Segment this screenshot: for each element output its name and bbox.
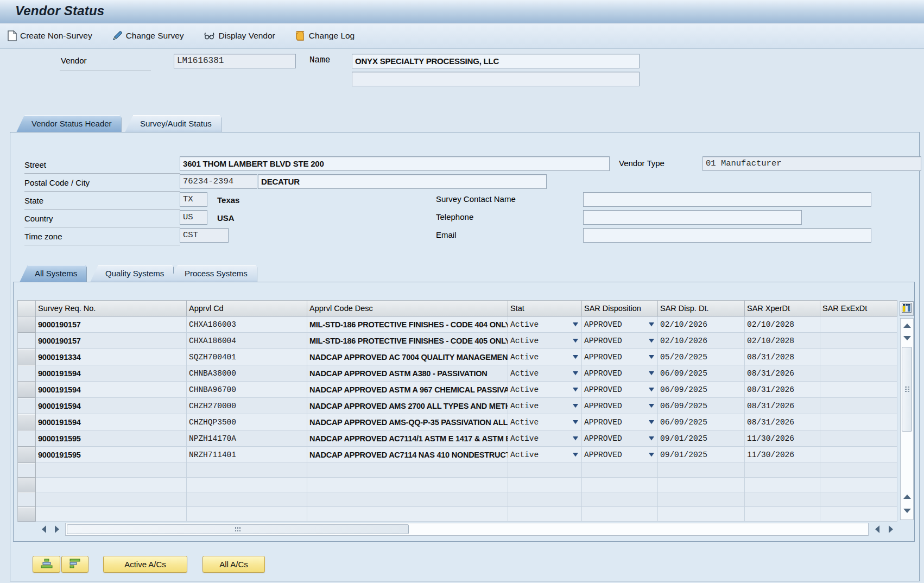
disposition-dropdown-icon[interactable]: [649, 322, 654, 326]
active-acs-button[interactable]: Active A/Cs: [103, 556, 187, 573]
country-code-field[interactable]: US: [180, 210, 207, 225]
row-selector[interactable]: [17, 349, 36, 365]
display-vendor-button[interactable]: Display Vendor: [204, 30, 275, 41]
cell-sar-disposition[interactable]: APPROVED: [582, 365, 658, 382]
row-selector[interactable]: [17, 463, 36, 478]
cell-stat[interactable]: Active: [508, 365, 582, 382]
change-survey-button[interactable]: Change Survey: [112, 30, 184, 41]
scroll-right-button[interactable]: [51, 523, 63, 535]
header-sar-xperdt[interactable]: SAR XperDt: [745, 300, 820, 316]
row-selector[interactable]: [17, 507, 36, 522]
row-selector[interactable]: [17, 333, 36, 349]
scroll-line-down-button[interactable]: [901, 333, 913, 344]
stat-dropdown-icon[interactable]: [573, 371, 578, 375]
email-field[interactable]: [583, 228, 871, 243]
scroll-page-up-button[interactable]: [901, 320, 913, 331]
cell-stat[interactable]: Active: [508, 447, 582, 463]
sort-ascending-button[interactable]: [33, 556, 60, 573]
stat-dropdown-icon[interactable]: [573, 404, 578, 408]
stat-dropdown-icon[interactable]: [573, 420, 578, 424]
disposition-dropdown-icon[interactable]: [649, 355, 654, 359]
state-code-field[interactable]: TX: [180, 192, 207, 207]
street-field[interactable]: 3601 THOM LAMBERT BLVD STE 200: [180, 156, 610, 171]
row-selector[interactable]: [17, 492, 36, 507]
scroll-page-down-button[interactable]: [901, 505, 913, 516]
header-sar-disp-dt[interactable]: SAR Disp. Dt.: [658, 300, 745, 316]
stat-dropdown-icon[interactable]: [573, 322, 578, 326]
scroll-far-left-button[interactable]: [871, 523, 883, 535]
row-selector[interactable]: [17, 398, 36, 414]
cell-sar-exexdt: [820, 430, 897, 447]
change-log-button[interactable]: Change Log: [295, 30, 355, 41]
stat-dropdown-icon[interactable]: [573, 453, 578, 457]
tab-all-systems[interactable]: All Systems: [20, 265, 87, 282]
cell-stat[interactable]: Active: [508, 316, 582, 333]
scroll-line-up-button[interactable]: [901, 491, 913, 502]
timezone-field[interactable]: CST: [180, 228, 229, 243]
stat-dropdown-icon[interactable]: [573, 388, 578, 391]
cell-survey-req-no: 9000191594: [36, 382, 187, 398]
scroll-left-button[interactable]: [38, 523, 50, 535]
tab-survey-audit-status[interactable]: Survey/Audit Status: [125, 115, 221, 132]
cell-stat[interactable]: Active: [508, 414, 582, 430]
survey-contact-field[interactable]: [583, 192, 871, 207]
create-non-survey-button[interactable]: Create Non-Survey: [8, 30, 92, 41]
stat-dropdown-icon[interactable]: [573, 436, 578, 440]
cell-sar-disposition[interactable]: APPROVED: [582, 333, 658, 349]
row-selector[interactable]: [17, 430, 36, 447]
cell-stat[interactable]: Active: [508, 430, 582, 447]
city-field[interactable]: DECATUR: [258, 174, 547, 189]
vertical-scroll-thumb[interactable]: [902, 347, 912, 432]
header-apprvl-code-desc[interactable]: Apprvl Code Desc: [307, 300, 508, 316]
header-stat[interactable]: Stat: [508, 300, 582, 316]
horizontal-scrollbar[interactable]: [17, 522, 897, 537]
scroll-far-right-button[interactable]: [885, 523, 897, 535]
sort-descending-button[interactable]: [61, 556, 88, 573]
vertical-scrollbar[interactable]: [900, 318, 914, 520]
cell-stat[interactable]: Active: [508, 349, 582, 365]
stat-dropdown-icon[interactable]: [573, 355, 578, 359]
cell-sar-disposition[interactable]: APPROVED: [582, 447, 658, 463]
header-apprvl-cd[interactable]: Apprvl Cd: [187, 300, 307, 316]
cell-stat[interactable]: Active: [508, 398, 582, 414]
row-selector[interactable]: [17, 414, 36, 430]
cell-sar-disposition[interactable]: APPROVED: [582, 349, 658, 365]
disposition-dropdown-icon[interactable]: [649, 453, 654, 457]
cell-sar-disposition[interactable]: APPROVED: [582, 430, 658, 447]
row-selector[interactable]: [17, 478, 36, 492]
horizontal-scroll-track[interactable]: [65, 523, 869, 536]
disposition-dropdown-icon[interactable]: [649, 388, 654, 391]
vendor-name-field[interactable]: ONYX SPECIALTY PROCESSING, LLC: [352, 54, 640, 68]
cell-sar-disposition[interactable]: APPROVED: [582, 382, 658, 398]
row-selector[interactable]: [17, 447, 36, 463]
row-selector[interactable]: [17, 365, 36, 382]
tab-quality-systems[interactable]: Quality Systems: [90, 265, 174, 282]
vendor-type-field[interactable]: 01 Manufacturer: [703, 156, 921, 171]
cell-sar-disposition[interactable]: APPROVED: [582, 316, 658, 333]
stat-dropdown-icon[interactable]: [573, 339, 578, 343]
disposition-dropdown-icon[interactable]: [649, 420, 654, 424]
header-sar-exexdt[interactable]: SAR ExExDt: [820, 300, 897, 316]
vendor-name2-field[interactable]: [352, 72, 640, 86]
header-survey-req-no[interactable]: Survey Req. No.: [36, 300, 187, 316]
telephone-field[interactable]: [583, 210, 802, 225]
header-sar-disposition[interactable]: SAR Disposition: [582, 300, 658, 316]
disposition-dropdown-icon[interactable]: [649, 436, 654, 440]
cell-sar-disposition[interactable]: APPROVED: [582, 398, 658, 414]
disposition-dropdown-icon[interactable]: [649, 339, 654, 343]
all-acs-button[interactable]: All A/Cs: [202, 556, 265, 573]
disposition-dropdown-icon[interactable]: [649, 404, 654, 408]
vendor-number-field[interactable]: LM1616381: [174, 54, 296, 68]
disposition-dropdown-icon[interactable]: [649, 371, 654, 375]
horizontal-scroll-thumb[interactable]: [67, 524, 409, 534]
table-layout-button[interactable]: [900, 301, 914, 316]
row-selector[interactable]: [17, 316, 36, 333]
row-selector[interactable]: [17, 382, 36, 398]
tab-process-systems[interactable]: Process Systems: [169, 265, 257, 282]
cell-stat[interactable]: Active: [508, 333, 582, 349]
cell-sar-disp-dt: 06/09/2025: [658, 365, 745, 382]
tab-vendor-status-header[interactable]: Vendor Status Header: [16, 115, 122, 132]
cell-sar-disposition[interactable]: APPROVED: [582, 414, 658, 430]
cell-stat[interactable]: Active: [508, 382, 582, 398]
postal-code-field[interactable]: 76234-2394: [180, 174, 257, 189]
